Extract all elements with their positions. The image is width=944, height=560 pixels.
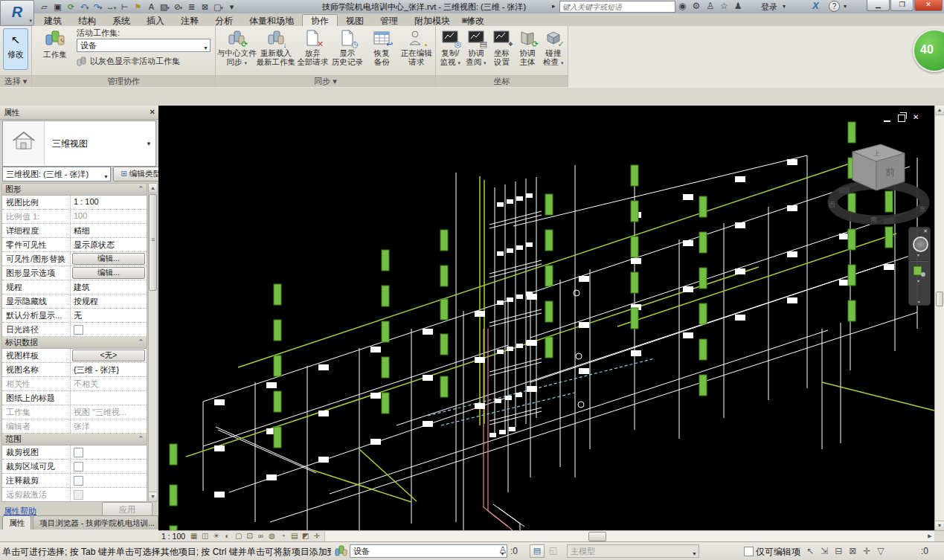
scroll-down-icon[interactable]: ▼ (935, 521, 944, 530)
vertical-scrollbar[interactable]: ▲ ▼ (934, 106, 944, 530)
viewcube[interactable]: 西 南 东 上 前 (824, 141, 934, 225)
view-restore-icon[interactable] (898, 115, 905, 122)
scrollbar-thumb[interactable] (588, 532, 606, 541)
editable-only-checkbox[interactable] (744, 547, 754, 556)
favorites-icon[interactable]: ☆ (720, 1, 728, 12)
steering-wheel-icon[interactable] (913, 236, 928, 252)
zoom-tool-icon[interactable] (914, 266, 925, 277)
wheel-caret-icon[interactable]: ▾ (917, 252, 919, 257)
detail-level-icon[interactable]: ▦ (189, 531, 199, 541)
synchronize-panel-label[interactable]: 同步 ▾ (216, 75, 435, 87)
select-pinned-icon[interactable]: ⊟ (835, 544, 842, 558)
ribbon-button-interference-check[interactable]: ✓碰撞检查 ▾ (540, 28, 566, 76)
text-icon[interactable]: A (146, 1, 157, 13)
active-workset-dropdown[interactable]: 设备 ▼ (77, 39, 211, 52)
section-header-2[interactable]: 范围⌃ (2, 434, 147, 445)
customize-qat-icon[interactable]: ▾ (226, 1, 237, 13)
property-value[interactable] (71, 460, 147, 473)
view-instance-dropdown[interactable]: 三维视图: (三维 - 张洋) ▼ (2, 167, 111, 181)
exchange-apps-icon[interactable]: X (812, 0, 819, 11)
navbar-expand-icon[interactable]: ⌄ (916, 297, 922, 304)
close-button[interactable]: ✕ (914, 0, 943, 11)
type-selector-caret-icon[interactable]: ▼ (146, 141, 152, 147)
scroll-up-icon[interactable]: ▲ (149, 184, 157, 193)
signin-icon[interactable]: ♟ (734, 1, 742, 12)
temporary-view-properties-icon[interactable]: ▤ (289, 531, 299, 541)
editing-requests-list-icon[interactable]: ▤ (530, 544, 545, 558)
ribbon-button-relinquish-all[interactable]: ✕放弃全部请求 (295, 28, 330, 76)
properties-title[interactable]: 属性 ✕ (0, 106, 158, 120)
help-icon[interactable]: ? (829, 1, 840, 12)
properties-close-icon[interactable]: ✕ (150, 106, 155, 119)
select-underlay-icon[interactable]: ⇲ (821, 544, 828, 558)
sign-in-caret-icon[interactable]: ▾ (783, 3, 786, 10)
scroll-right-icon[interactable]: ▶ (925, 531, 934, 541)
shadows-icon[interactable]: ◐ (222, 531, 232, 541)
property-edit-button[interactable]: 编辑... (72, 267, 145, 279)
default-3d-view-icon[interactable]: ▧▾ (159, 1, 170, 13)
select-panel-label[interactable]: 选择 ▾ (0, 75, 31, 87)
help-caret-icon[interactable]: ▾ (844, 3, 847, 10)
ribbon-state-toggle-icon[interactable]: ▣ ▾ (461, 16, 473, 24)
section-header-1[interactable]: 标识数据⌃ (2, 337, 147, 349)
show-crop-region-icon[interactable]: ⊡ (245, 531, 254, 541)
palette-tab-properties[interactable]: 属性 (2, 515, 31, 530)
ribbon-button-editing-requests[interactable]: ▪正在编辑请求 (399, 28, 434, 76)
ribbon-button-restore-backup[interactable]: ↩恢复备份 (365, 28, 399, 76)
scrollbar-thumb[interactable] (936, 292, 943, 306)
application-menu-button[interactable]: R ▾ (0, 0, 34, 26)
section-header-0[interactable]: 图形⌃ (2, 184, 147, 196)
design-option-dropdown[interactable]: 主模型 ▼ (567, 544, 699, 558)
property-checkbox[interactable] (74, 476, 83, 486)
communication-center-icon[interactable]: ♙ (706, 1, 714, 12)
ribbon-button-reconcile-hosting[interactable]: ⟳协调主体 (515, 28, 541, 76)
property-checkbox[interactable] (74, 448, 83, 457)
property-edit-button[interactable]: <无> (72, 350, 145, 361)
tag-by-category-icon[interactable]: ⚑ (132, 1, 144, 13)
view-close-icon[interactable]: ✕ (913, 113, 919, 122)
close-hidden-windows-icon[interactable]: ⊠ (199, 1, 211, 13)
navbar-close-icon[interactable]: ✕ (923, 228, 928, 234)
scroll-down-icon[interactable]: ▼ (149, 492, 157, 501)
modify-button[interactable]: ↖ 修改 (3, 28, 28, 70)
open-file-icon[interactable]: ▱ (39, 1, 50, 13)
type-selector[interactable]: 三维视图 ▼ (2, 120, 156, 167)
undo-icon[interactable]: ↶▾ (79, 1, 90, 13)
search-icon[interactable]: ◉ (678, 1, 686, 12)
ribbon-button-sync-with-central[interactable]: ⟳与中心文件同步 ▾ (217, 28, 257, 76)
thin-lines-icon[interactable]: ≣ (186, 1, 197, 13)
property-value[interactable] (71, 488, 147, 501)
ribbon-button-coordination-review[interactable]: ▤协调查阅 ▾ (463, 28, 489, 76)
wireframe-3d-view[interactable] (158, 106, 934, 530)
sun-path-icon[interactable]: ☀ (211, 531, 221, 541)
save-icon[interactable]: ▣ (52, 1, 63, 13)
restore-button[interactable]: ❒ (890, 0, 914, 11)
subscription-icon[interactable]: ⚙ (692, 1, 700, 12)
properties-scrollbar[interactable]: ▲ ▼ (148, 183, 158, 502)
property-value[interactable]: 编辑... (71, 266, 147, 280)
gray-inactive-worksets-toggle[interactable]: 以灰色显示非活动工作集 (77, 56, 211, 67)
switch-windows-icon[interactable]: ▢▾ (213, 1, 224, 13)
palette-tab-project-browser[interactable]: 项目浏览器 - 技师学院机电培训... (33, 515, 158, 530)
select-by-face-icon[interactable]: ⊠ (849, 544, 856, 558)
constraints-icon[interactable]: ✛ (312, 531, 321, 541)
ribbon-button-reload-latest[interactable]: ↓重新载入最新工作集 (257, 28, 296, 76)
crop-view-icon[interactable]: ▢ (234, 531, 243, 541)
aligned-dimension-icon[interactable]: ⊢ (119, 1, 130, 13)
property-value[interactable] (71, 323, 147, 336)
analytical-model-icon[interactable]: ◩ (301, 531, 310, 541)
zoom-caret-icon[interactable]: ▾ (917, 278, 919, 283)
visual-style-icon[interactable]: ◫ (200, 531, 210, 541)
property-value[interactable]: 编辑... (71, 252, 147, 265)
minimize-button[interactable]: ▁ (867, 0, 890, 11)
editing-requests-icon[interactable]: ♙ (498, 544, 507, 556)
view-minimize-icon[interactable] (884, 113, 890, 122)
property-value[interactable] (71, 445, 147, 459)
drag-on-selection-icon[interactable]: ✛ (863, 544, 870, 558)
search-input[interactable] (559, 1, 675, 13)
reveal-hidden-elements-icon[interactable]: ◍ (267, 531, 277, 541)
worksets-button[interactable]: 工作集 (36, 29, 74, 60)
property-value[interactable]: <无> (71, 349, 147, 362)
property-checkbox[interactable] (74, 490, 83, 500)
section-icon[interactable]: ⊘▾ (173, 1, 184, 13)
